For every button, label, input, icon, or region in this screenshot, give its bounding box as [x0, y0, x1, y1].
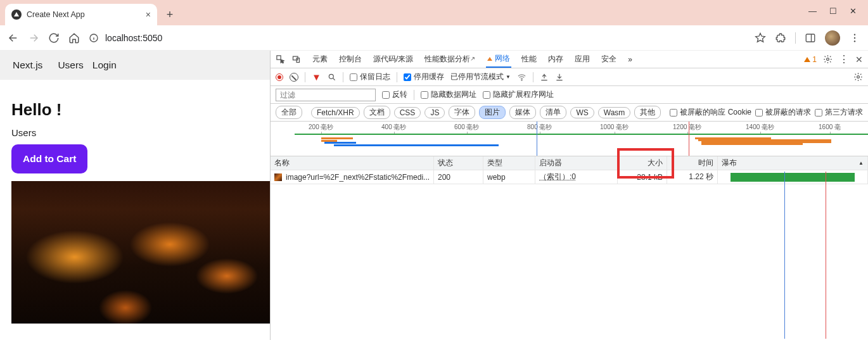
invert-checkbox[interactable]: 反转 [382, 89, 407, 100]
pill-fetch[interactable]: Fetch/XHR [311, 107, 360, 118]
tab-more[interactable]: » [627, 51, 634, 68]
home-button[interactable] [68, 32, 80, 44]
filter-input[interactable] [276, 89, 376, 101]
pill-font[interactable]: 字体 [449, 106, 475, 119]
export-har-icon[interactable] [555, 73, 564, 82]
resource-type-filter: 全部 Fetch/XHR 文档 CSS JS 字体 图片 媒体 清单 WS Wa… [271, 104, 868, 122]
devtools-tabbar: 元素 控制台 源代码/来源 性能数据分析 网络 性能 内存 应用 安全 » 1 … [271, 51, 868, 68]
pill-js[interactable]: JS [424, 107, 445, 118]
close-window-icon[interactable]: ✕ [850, 6, 857, 16]
throttling-dropdown[interactable]: 已停用节流模式 ▼ [450, 72, 511, 82]
browser-tab[interactable]: Create Next App × [5, 4, 157, 25]
col-time[interactable]: 时间 [667, 156, 718, 170]
pill-css[interactable]: CSS [394, 107, 421, 118]
col-initiator[interactable]: 启动器 [535, 156, 618, 170]
hide-data-urls-checkbox[interactable]: 隐藏数据网址 [421, 89, 476, 100]
tab-console[interactable]: 控制台 [338, 51, 363, 68]
blocked-requests-checkbox[interactable]: 被屏蔽的请求 [755, 107, 811, 118]
issues-badge[interactable]: 1 [804, 55, 817, 64]
col-type[interactable]: 类型 [483, 156, 535, 170]
network-toolbar: ▼ 保留日志 停用缓存 已停用节流模式 ▼ [271, 68, 868, 86]
site-info-icon[interactable] [89, 33, 99, 43]
svg-point-11 [521, 80, 522, 80]
tab-security[interactable]: 安全 [600, 51, 618, 68]
filter-toggle-icon[interactable]: ▼ [312, 72, 321, 82]
reload-button[interactable] [48, 32, 60, 44]
third-party-checkbox[interactable]: 第三方请求 [815, 107, 863, 118]
sidepanel-icon[interactable] [805, 32, 816, 44]
tab-favicon-icon [11, 9, 22, 20]
add-to-cart-button[interactable]: Add to Cart [11, 144, 87, 173]
devtools-menu-icon[interactable]: ⋮ [839, 53, 849, 65]
pill-wasm[interactable]: Wasm [598, 107, 631, 118]
timeline-overview[interactable]: 200 毫秒 400 毫秒 600 毫秒 800 毫秒 1000 毫秒 1200… [271, 122, 868, 156]
col-status[interactable]: 状态 [434, 156, 483, 170]
hide-extension-urls-checkbox[interactable]: 隐藏扩展程序网址 [483, 89, 554, 100]
import-har-icon[interactable] [540, 73, 549, 82]
record-button[interactable] [276, 73, 283, 81]
disable-cache-checkbox[interactable]: 停用缓存 [404, 72, 444, 82]
preserve-log-checkbox[interactable]: 保留日志 [350, 72, 390, 82]
users-label: Users [11, 127, 258, 138]
tab-network[interactable]: 网络 [486, 51, 511, 68]
col-size[interactable]: 大小 [618, 156, 667, 170]
col-waterfall[interactable]: 瀑布▲ [718, 156, 868, 170]
tab-application[interactable]: 应用 [573, 51, 591, 68]
minimize-icon[interactable]: — [808, 6, 817, 16]
address-bar[interactable]: localhost:5050 [89, 33, 746, 43]
pill-manifest[interactable]: 清单 [540, 106, 566, 119]
timeline-tick: 200 毫秒 [309, 123, 333, 132]
url-text: localhost:5050 [105, 33, 162, 43]
browser-toolbar: localhost:5050 [0, 25, 868, 51]
svg-point-3 [854, 34, 855, 35]
settings-gear-icon[interactable] [823, 54, 833, 64]
tab-sources[interactable]: 源代码/来源 [372, 51, 414, 68]
timeline-tick: 1400 毫秒 [746, 123, 774, 132]
tab-title: Create Next App [27, 10, 85, 19]
network-conditions-icon[interactable] [517, 72, 527, 82]
tab-performance[interactable]: 性能 [520, 51, 538, 68]
pill-media[interactable]: 媒体 [509, 106, 536, 119]
blocked-cookies-checkbox[interactable]: 被屏蔽的响应 Cookie [670, 107, 751, 118]
bookmark-star-icon[interactable] [755, 32, 766, 44]
svg-rect-6 [277, 56, 281, 60]
inspect-icon[interactable] [276, 54, 285, 64]
timeline-tick: 1600 毫 [819, 123, 841, 132]
network-settings-gear-icon[interactable] [853, 72, 863, 82]
devtools-panel: 元素 控制台 源代码/来源 性能数据分析 网络 性能 内存 应用 安全 » 1 … [270, 51, 868, 340]
tab-close-icon[interactable]: × [146, 9, 151, 20]
col-name[interactable]: 名称 [271, 156, 434, 170]
sort-indicator-icon: ▲ [858, 160, 864, 166]
nav-login[interactable]: Login [93, 60, 117, 71]
page-heading: Hello ! [11, 100, 258, 120]
window-controls: — ☐ ✕ [808, 0, 868, 25]
menu-dots-icon[interactable] [849, 32, 860, 44]
back-button[interactable] [8, 32, 19, 44]
clear-button[interactable] [290, 73, 298, 82]
timeline-tick: 1000 毫秒 [600, 123, 629, 132]
pill-img[interactable]: 图片 [479, 106, 506, 119]
devtools-close-icon[interactable]: ✕ [855, 54, 863, 65]
pill-doc[interactable]: 文档 [364, 106, 390, 119]
svg-point-10 [329, 74, 333, 79]
svg-point-9 [827, 58, 829, 61]
network-request-table: 名称 状态 类型 启动器 大小 时间 瀑布▲ image?url=%2F_nex… [271, 156, 868, 340]
device-toggle-icon[interactable] [291, 54, 301, 64]
tab-elements[interactable]: 元素 [311, 51, 329, 68]
profile-avatar-icon[interactable] [825, 30, 840, 46]
tab-memory[interactable]: 内存 [547, 51, 565, 68]
extensions-icon[interactable] [775, 32, 786, 44]
pill-all[interactable]: 全部 [276, 106, 302, 119]
pill-ws[interactable]: WS [570, 107, 594, 118]
nav-users[interactable]: Users [58, 60, 83, 71]
nav-brand[interactable]: Next.js [13, 60, 42, 71]
pill-other[interactable]: 其他 [634, 106, 661, 119]
search-icon[interactable] [328, 73, 336, 82]
timeline-tick: 1200 毫秒 [673, 123, 701, 132]
svg-point-12 [857, 76, 860, 79]
forward-button[interactable] [28, 32, 39, 44]
timeline-tick: 800 毫秒 [527, 123, 552, 132]
tab-performance-insights[interactable]: 性能数据分析 [423, 51, 477, 68]
new-tab-button[interactable]: + [161, 6, 179, 23]
maximize-icon[interactable]: ☐ [829, 6, 837, 16]
